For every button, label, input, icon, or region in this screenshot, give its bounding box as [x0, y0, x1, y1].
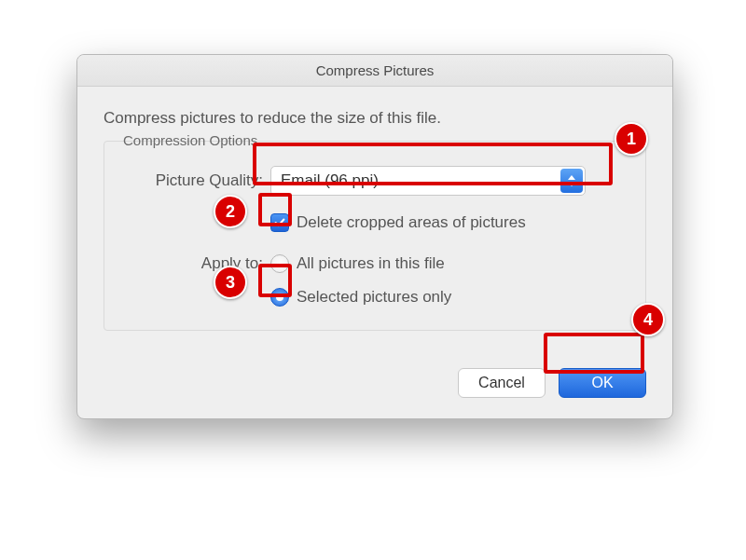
radio-dot-icon [276, 294, 283, 301]
picture-quality-dropdown[interactable]: Email (96 ppi) [270, 166, 586, 196]
dialog-intro: Compress pictures to reduce the size of … [104, 109, 646, 128]
dialog-footer: Cancel OK [77, 349, 672, 418]
apply-selected-radio[interactable] [270, 288, 289, 307]
apply-all-radio[interactable] [270, 254, 289, 273]
delete-cropped-row: Delete cropped areas of pictures [121, 209, 629, 237]
apply-to-row-selected: Selected pictures only [121, 283, 629, 311]
delete-cropped-label: Delete cropped areas of pictures [297, 213, 526, 232]
picture-quality-label: Picture Quality: [121, 171, 270, 190]
compression-options-group: Compression Options Picture Quality: Ema… [104, 141, 646, 331]
dialog-title: Compress Pictures [316, 62, 435, 78]
check-icon [273, 216, 286, 229]
apply-selected-label: Selected pictures only [297, 288, 451, 307]
apply-all-label: All pictures in this file [297, 254, 445, 273]
apply-to-label: Apply to: [121, 254, 270, 273]
picture-quality-row: Picture Quality: Email (96 ppi) [121, 166, 629, 196]
ok-button-label: OK [591, 375, 613, 391]
dialog-titlebar: Compress Pictures [77, 55, 672, 87]
ok-button[interactable]: OK [559, 368, 646, 398]
picture-quality-value: Email (96 ppi) [281, 171, 379, 190]
updown-arrows-icon [560, 169, 583, 193]
group-title: Compression Options [117, 132, 263, 148]
apply-to-row-all: Apply to: All pictures in this file [121, 250, 629, 278]
delete-cropped-checkbox[interactable] [270, 213, 289, 232]
cancel-button[interactable]: Cancel [458, 368, 546, 398]
dialog-body: Compress pictures to reduce the size of … [77, 87, 672, 349]
compress-pictures-dialog: Compress Pictures Compress pictures to r… [76, 54, 673, 419]
cancel-button-label: Cancel [478, 375, 525, 391]
